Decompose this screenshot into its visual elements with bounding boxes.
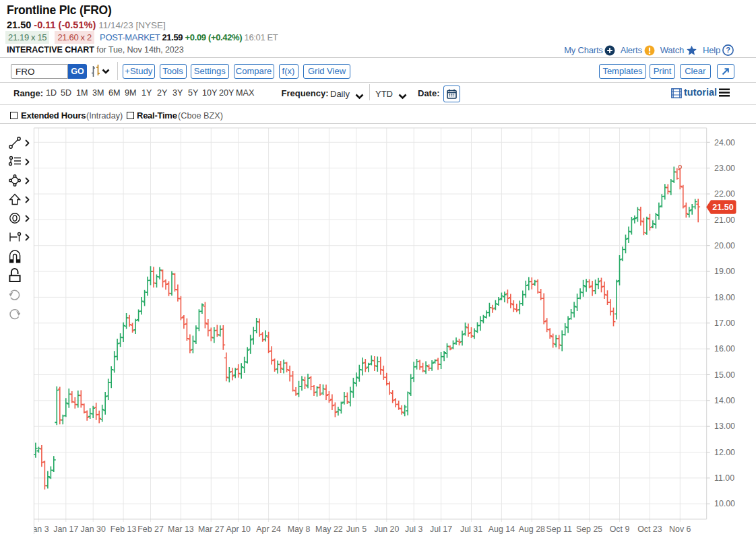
svg-text:Nov 6: Nov 6 bbox=[669, 525, 691, 534]
svg-text:Feb 13: Feb 13 bbox=[111, 525, 137, 534]
svg-text:Aug 28: Aug 28 bbox=[519, 525, 545, 534]
svg-text:Sep 25: Sep 25 bbox=[576, 525, 602, 534]
svg-text:Feb 27: Feb 27 bbox=[137, 525, 164, 534]
svg-text:15.00: 15.00 bbox=[714, 370, 735, 380]
svg-text:Oct 9: Oct 9 bbox=[610, 525, 630, 534]
svg-text:12.00: 12.00 bbox=[714, 448, 735, 457]
svg-text:21.00: 21.00 bbox=[714, 215, 735, 225]
svg-text:Apr 10: Apr 10 bbox=[226, 525, 251, 534]
svg-text:11.00: 11.00 bbox=[714, 473, 734, 483]
svg-text:Jun 5: Jun 5 bbox=[346, 525, 367, 534]
svg-text:Jul 17: Jul 17 bbox=[430, 525, 452, 534]
svg-text:May 8: May 8 bbox=[288, 525, 311, 534]
svg-text:May 22: May 22 bbox=[315, 525, 343, 534]
svg-text:Jul 3: Jul 3 bbox=[405, 525, 422, 534]
svg-text:Aug 14: Aug 14 bbox=[489, 525, 515, 534]
svg-text:Jun 20: Jun 20 bbox=[374, 525, 399, 534]
svg-text:Jan 17: Jan 17 bbox=[53, 525, 78, 534]
svg-text:Mar 13: Mar 13 bbox=[168, 525, 194, 534]
svg-text:Oct 23: Oct 23 bbox=[637, 525, 662, 534]
svg-text:21.50: 21.50 bbox=[712, 203, 733, 212]
svg-text:18.00: 18.00 bbox=[714, 293, 735, 302]
svg-text:13.00: 13.00 bbox=[714, 422, 735, 431]
svg-text:Sep 11: Sep 11 bbox=[546, 525, 572, 534]
svg-text:Apr 24: Apr 24 bbox=[256, 525, 281, 534]
svg-text:16.00: 16.00 bbox=[714, 344, 735, 354]
svg-text:?: ? bbox=[726, 46, 730, 54]
svg-text:10.00: 10.00 bbox=[714, 499, 735, 508]
svg-text:14.00: 14.00 bbox=[714, 396, 735, 405]
svg-text:20.00: 20.00 bbox=[714, 241, 735, 250]
svg-text:17.00: 17.00 bbox=[714, 318, 735, 328]
svg-text:23.00: 23.00 bbox=[714, 164, 735, 173]
svg-text:24.00: 24.00 bbox=[714, 138, 735, 147]
svg-text:Jan 3: Jan 3 bbox=[28, 525, 49, 534]
svg-text:Mar 27: Mar 27 bbox=[198, 525, 224, 534]
svg-text:19.00: 19.00 bbox=[714, 267, 735, 276]
svg-text:22.00: 22.00 bbox=[714, 189, 735, 199]
svg-text:Jul 31: Jul 31 bbox=[460, 525, 482, 534]
svg-text:Jan 30: Jan 30 bbox=[81, 525, 106, 534]
